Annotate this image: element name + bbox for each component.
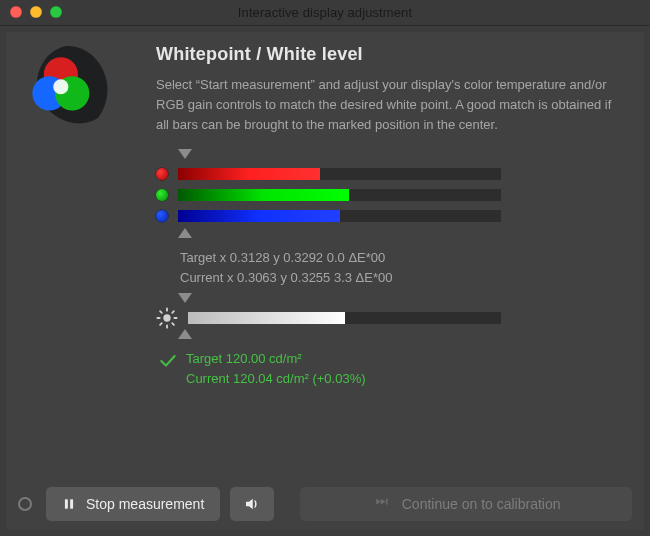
brightness-icon bbox=[156, 307, 178, 329]
svg-rect-17 bbox=[386, 499, 387, 505]
luminance-current-line: Current 120.04 cd/m² (+0.03%) bbox=[186, 369, 366, 389]
whitepoint-readout: Target x 0.3128 y 0.3292 0.0 ΔE*00 Curre… bbox=[180, 248, 622, 287]
g-meter bbox=[156, 186, 501, 203]
svg-rect-14 bbox=[70, 499, 73, 508]
blue-dot-icon bbox=[156, 210, 168, 222]
r-bar bbox=[178, 168, 501, 180]
svg-line-10 bbox=[172, 324, 174, 326]
svg-line-11 bbox=[160, 324, 162, 326]
luminance-bar bbox=[188, 312, 501, 324]
stop-button-label: Stop measurement bbox=[86, 496, 204, 512]
rgb-meters bbox=[156, 149, 501, 240]
window-body: Whitepoint / White level Select “Start m… bbox=[6, 32, 644, 530]
app-window: Interactive display adjustment Whitepoin… bbox=[0, 0, 650, 536]
sound-button[interactable] bbox=[230, 487, 274, 521]
r-bar-fill bbox=[178, 168, 320, 180]
rgb-venn-icon bbox=[20, 44, 115, 139]
svg-marker-15 bbox=[376, 499, 381, 505]
svg-line-12 bbox=[172, 312, 174, 314]
stop-measurement-button[interactable]: Stop measurement bbox=[46, 487, 220, 521]
window-controls bbox=[10, 6, 62, 18]
luminance-target-line: Target 120.00 cd/m² bbox=[186, 349, 366, 369]
b-bar bbox=[178, 210, 501, 222]
close-icon[interactable] bbox=[10, 6, 22, 18]
titlebar: Interactive display adjustment bbox=[0, 0, 650, 26]
minimize-icon[interactable] bbox=[30, 6, 42, 18]
luminance-status: Target 120.00 cd/m² Current 120.04 cd/m²… bbox=[158, 349, 622, 388]
whitepoint-current-line: Current x 0.3063 y 0.3255 3.3 ΔE*00 bbox=[180, 268, 622, 288]
status-indicator-icon bbox=[18, 497, 32, 511]
zoom-icon[interactable] bbox=[50, 6, 62, 18]
main-content: Whitepoint / White level Select “Start m… bbox=[156, 44, 622, 470]
page-title: Whitepoint / White level bbox=[156, 44, 622, 65]
green-dot-icon bbox=[156, 189, 168, 201]
bottom-bar: Stop measurement bbox=[6, 478, 644, 530]
speaker-icon bbox=[243, 495, 261, 513]
svg-point-4 bbox=[163, 315, 170, 322]
lum-marker-top bbox=[178, 293, 483, 305]
description-text: Select “Start measurement” and adjust yo… bbox=[156, 75, 622, 135]
check-icon bbox=[158, 351, 176, 369]
window-title: Interactive display adjustment bbox=[0, 5, 650, 20]
luminance-bar-fill bbox=[188, 312, 345, 324]
svg-rect-13 bbox=[65, 499, 68, 508]
svg-line-9 bbox=[160, 312, 162, 314]
luminance-meter-block bbox=[156, 293, 501, 341]
red-dot-icon bbox=[156, 168, 168, 180]
b-meter bbox=[156, 207, 501, 224]
b-bar-fill bbox=[178, 210, 340, 222]
lum-marker-bottom bbox=[178, 329, 483, 341]
whitepoint-target-line: Target x 0.3128 y 0.3292 0.0 ΔE*00 bbox=[180, 248, 622, 268]
continue-button: Continue on to calibration bbox=[300, 487, 632, 521]
center-marker-bottom bbox=[178, 228, 483, 240]
svg-marker-16 bbox=[381, 499, 386, 505]
svg-point-3 bbox=[53, 79, 68, 94]
continue-button-label: Continue on to calibration bbox=[402, 496, 561, 512]
r-meter bbox=[156, 165, 501, 182]
g-bar bbox=[178, 189, 501, 201]
center-marker-top bbox=[178, 149, 483, 161]
pause-icon bbox=[62, 497, 76, 511]
g-bar-fill bbox=[178, 189, 349, 201]
skip-forward-icon bbox=[372, 497, 392, 511]
